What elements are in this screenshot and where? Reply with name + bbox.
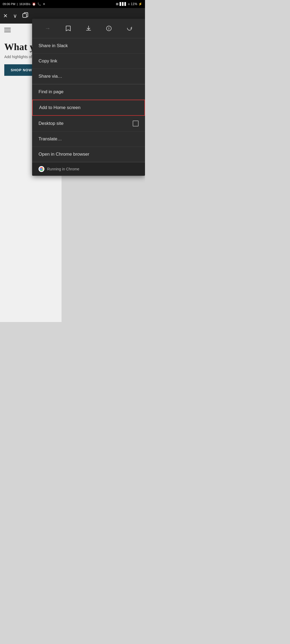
- status-bar: 09:06 PM | 161KB/s ⏰ 📞 ✳ ⊠ ▋▋▋ ⌾ 11% ⚡: [0, 0, 145, 8]
- svg-point-4: [41, 168, 42, 170]
- add-to-home-label: Add to Home screen: [39, 105, 81, 110]
- dropdown-menu: → Share in Slack: [32, 19, 145, 176]
- open-chrome-label: Open in Chrome browser: [39, 152, 89, 157]
- battery-display: 11%: [131, 2, 137, 6]
- bookmark-button[interactable]: [62, 23, 74, 34]
- close-button[interactable]: ✕: [3, 13, 8, 19]
- charging-icon: ⚡: [138, 2, 142, 6]
- time-display: 09:06 PM: [3, 2, 15, 6]
- chrome-logo: [39, 166, 44, 172]
- copy-link-label: Copy link: [39, 58, 57, 64]
- sim-icon: ⊠: [116, 2, 119, 6]
- signal-icon: ▋▋▋: [120, 2, 127, 6]
- desktop-site-checkbox[interactable]: [133, 121, 139, 126]
- alarm-icon: ⏰: [32, 2, 36, 6]
- desktop-site-label: Desktop site: [39, 121, 64, 126]
- menu-item-desktop-site[interactable]: Desktop site: [32, 116, 145, 132]
- menu-footer: Running in Chrome: [32, 162, 145, 176]
- dropdown-icon-row: →: [32, 19, 145, 38]
- info-button[interactable]: [103, 23, 115, 34]
- menu-item-copy-link[interactable]: Copy link: [32, 54, 145, 69]
- running-in-chrome-label: Running in Chrome: [47, 167, 79, 171]
- tab-switcher-button[interactable]: [22, 12, 28, 20]
- reload-button[interactable]: [124, 23, 135, 34]
- share-via-label: Share via…: [39, 74, 62, 79]
- status-right: ⊠ ▋▋▋ ⌾ 11% ⚡: [116, 2, 142, 6]
- download-button[interactable]: [83, 23, 94, 34]
- menu-item-find-in-page[interactable]: Find in page: [32, 84, 145, 100]
- status-left: 09:06 PM | 161KB/s ⏰ 📞 ✳: [3, 2, 45, 6]
- share-slack-label: Share in Slack: [39, 43, 68, 48]
- speed-display: 161KB/s: [19, 2, 30, 6]
- phone-icon: 📞: [37, 2, 41, 6]
- network-speed: |: [17, 2, 18, 6]
- forward-button[interactable]: →: [42, 23, 54, 34]
- translate-label: Translate…: [39, 136, 62, 142]
- svg-rect-0: [23, 14, 26, 17]
- asterisk-icon: ✳: [43, 2, 45, 6]
- menu-item-open-chrome[interactable]: Open in Chrome browser: [32, 147, 145, 162]
- menu-item-share-via[interactable]: Share via…: [32, 69, 145, 84]
- menu-item-add-to-home[interactable]: Add to Home screen: [32, 100, 145, 116]
- find-in-page-label: Find in page: [39, 89, 64, 95]
- menu-item-share-slack[interactable]: Share in Slack: [32, 38, 145, 54]
- expand-button[interactable]: ∨: [13, 13, 17, 19]
- menu-item-translate[interactable]: Translate…: [32, 132, 145, 147]
- wifi-icon: ⌾: [128, 2, 130, 6]
